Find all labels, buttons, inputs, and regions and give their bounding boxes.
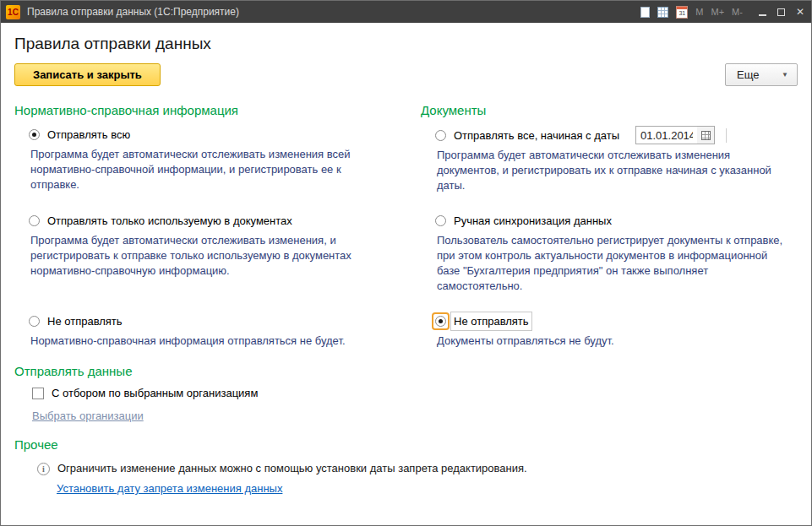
nsi-option-group-2: Отправлять только используемую в докумен… [14, 203, 399, 304]
section-heading-other: Прочее [14, 437, 798, 452]
calendar-day-label: 31 [677, 9, 687, 17]
other-section: Прочее i Ограничить изменение данных мож… [14, 437, 798, 496]
checkbox-label[interactable]: С отбором по выбранным организациям [52, 387, 258, 399]
memory-plus-button[interactable]: М+ [711, 7, 725, 17]
section-heading-send-data: Отправлять данные [14, 364, 798, 378]
radio-label[interactable]: Ручная синхронизация данных [454, 214, 612, 227]
radio-icon[interactable] [435, 316, 446, 327]
info-icon: i [37, 463, 50, 475]
set-restriction-date-link[interactable]: Установить дату запрета изменения данных [57, 482, 282, 495]
option-hint: Пользователь самостоятельно регистрирует… [437, 233, 792, 294]
doc-option-group-2: Ручная синхронизация данных Пользователь… [421, 203, 798, 304]
radio-focus-frame [432, 212, 450, 230]
window-controls: ✕ [759, 4, 804, 19]
maximize-button[interactable] [777, 4, 785, 19]
calendar-grid-icon [701, 131, 711, 140]
option-hint: Программа будет автоматически отслеживат… [437, 148, 792, 193]
radio-option-manual-sync[interactable]: Ручная синхронизация данных [432, 212, 798, 230]
date-picker-button[interactable] [697, 127, 714, 144]
command-bar: Записать и закрыть Еще ▼ [14, 63, 798, 86]
option-hint: Программа будет автоматически отслеживат… [30, 233, 385, 279]
radio-icon[interactable] [435, 130, 446, 141]
chevron-down-icon: ▼ [782, 71, 788, 79]
memory-minus-button[interactable]: М- [732, 7, 743, 17]
radio-focus-frame [25, 212, 43, 230]
options-columns: Нормативно-справочная информация Докумен… [14, 100, 798, 359]
radio-focus-frame [432, 312, 450, 330]
close-button[interactable]: ✕ [796, 7, 804, 17]
doc-option-group-3: Не отправлять Документы отправляться не … [421, 304, 798, 359]
radio-option-dont-send-nsi[interactable]: Не отправлять [25, 312, 399, 330]
1c-logo-icon: 1С [6, 5, 20, 19]
nsi-option-group-3: Не отправлять Нормативно-справочная инфо… [14, 304, 399, 359]
minimize-button[interactable] [759, 4, 766, 19]
checkbox-icon[interactable] [32, 388, 44, 399]
radio-icon[interactable] [29, 215, 40, 226]
filter-by-organizations-option[interactable]: С отбором по выбранным организациям [32, 387, 798, 399]
radio-focus-frame [432, 127, 450, 144]
radio-focus-frame [25, 126, 43, 144]
option-hint: Документы отправляться не будут. [437, 333, 792, 349]
document-icon[interactable] [640, 7, 650, 18]
more-button[interactable]: Еще ▼ [725, 63, 798, 86]
radio-focus-frame [25, 312, 43, 330]
send-data-section: Отправлять данные С отбором по выбранным… [14, 364, 798, 426]
radio-label[interactable]: Отправлять всю [47, 128, 130, 141]
radio-option-dont-send-docs[interactable]: Не отправлять [432, 312, 798, 330]
field-separator [726, 128, 727, 143]
start-date-field-group [635, 126, 715, 144]
save-and-close-button[interactable]: Записать и закрыть [14, 63, 161, 86]
radio-label[interactable]: Не отправлять [454, 315, 529, 328]
section-heading-reference-info: Нормативно-справочная информация [14, 103, 399, 117]
radio-label[interactable]: Не отправлять [47, 315, 123, 328]
titlebar: 1С Правила отправки данных (1С:Предприят… [1, 1, 811, 23]
maximize-icon [777, 8, 785, 16]
option-hint: Нормативно-справочная информация отправл… [30, 333, 385, 349]
radio-icon[interactable] [435, 215, 446, 226]
radio-icon[interactable] [29, 316, 40, 327]
calculator-icon[interactable] [657, 7, 668, 18]
radio-option-send-docs-from-date[interactable]: Отправлять все, начиная с даты [432, 126, 798, 144]
radio-option-send-all-nsi[interactable]: Отправлять всю [25, 126, 399, 144]
start-date-input[interactable] [636, 129, 697, 142]
memory-button[interactable]: М [695, 7, 703, 17]
info-text: Ограничить изменение данных можно с помо… [57, 462, 527, 474]
titlebar-right: 31 М М+ М- ✕ [640, 4, 804, 19]
window-title: Правила отправки данных (1С:Предприятие) [27, 6, 634, 18]
page-title: Правила отправки данных [14, 35, 798, 53]
radio-icon[interactable] [29, 129, 40, 140]
app-window: 1С Правила отправки данных (1С:Предприят… [0, 0, 812, 526]
more-button-label: Еще [737, 68, 759, 81]
nsi-option-group-1: Отправлять всю Программа будет автоматич… [14, 117, 399, 203]
calendar-icon[interactable]: 31 [676, 6, 688, 19]
section-heading-documents: Документы [421, 103, 798, 117]
radio-label[interactable]: Отправлять только используемую в докумен… [47, 214, 292, 227]
radio-option-send-used-nsi[interactable]: Отправлять только используемую в докумен… [25, 212, 399, 230]
form-content: Правила отправки данных Записать и закры… [1, 23, 811, 525]
select-organizations-link[interactable]: Выбрать организации [32, 409, 144, 422]
doc-option-group-1: Отправлять все, начиная с даты Программа… [421, 117, 798, 203]
minimize-icon [759, 14, 766, 16]
option-hint: Программа будет автоматически отслеживат… [30, 147, 385, 193]
edit-restriction-info: i Ограничить изменение данных можно с по… [37, 462, 578, 475]
radio-label[interactable]: Отправлять все, начиная с даты [454, 129, 619, 142]
